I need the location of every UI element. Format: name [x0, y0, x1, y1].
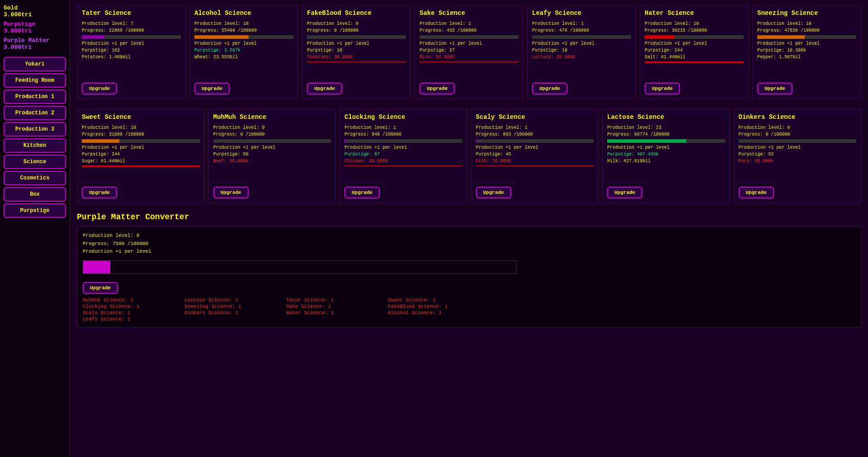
clucking-resource1: Purpstige: 67 [344, 151, 462, 158]
converter-progress-fill [83, 261, 110, 273]
scaly-progress-fill [476, 139, 477, 143]
hater-progress-bar [645, 35, 744, 39]
fakeblood-upgrade-button[interactable]: Upgrade [307, 83, 342, 94]
sweet-resource1: Purpstige: 244 [82, 151, 200, 158]
converter-section: Purple Matter Converter Production level… [77, 212, 861, 328]
sake-progress-bar [420, 35, 519, 39]
fakeblood-science-title: FakeBlood Science [307, 9, 406, 17]
converter-req-clucking: Clucking Science: 1 [83, 304, 182, 309]
sweet-upgrade-button[interactable]: Upgrade [82, 187, 117, 198]
sweet-progress-fill [82, 139, 119, 143]
fakeblood-resource2: Tomatoes: 30.000k [307, 54, 406, 61]
sake-resource1: Purpstige: 27 [420, 47, 519, 54]
scaly-resource1: Purpstige: 45 [476, 151, 594, 158]
scaly-upgrade-button[interactable]: Upgrade [476, 187, 511, 198]
sake-science-title: Sake Science [420, 9, 519, 17]
scaly-resource2: Fish: 76.000k [476, 158, 594, 165]
converter-req-lactose: Lactose Science: 1 [184, 297, 284, 303]
sidebar-item-yukari[interactable]: Yukari [4, 57, 66, 71]
sneezing-science-info: Production level: 16 Progress: 47638 /10… [757, 20, 856, 61]
leafy-prod-per-level: Production +1 per level [532, 40, 631, 47]
converter-req-fakeblood: FakeBlood Science: 1 [388, 304, 487, 309]
sidebar-item-production-1[interactable]: Production 1 [4, 90, 66, 104]
converter-upgrade-button[interactable]: Upgrade [83, 282, 118, 294]
scaly-science-info: Production level: 1 Progress: 893 /10000… [476, 124, 594, 166]
alcohol-resource2: Wheat: 23.553bil [194, 54, 293, 61]
clucking-prod-level: Production level: 1 [344, 124, 462, 131]
leafy-science-info: Production level: 1 Progress: 476 /10000… [532, 20, 631, 61]
hater-progress-fill [645, 35, 675, 39]
hater-upgrade-button[interactable]: Upgrade [645, 83, 680, 94]
converter-prod-level: Production level: 0 [83, 232, 855, 240]
sidebar: Gold 3.000tri Purpstige 3.000tri Purple … [0, 0, 70, 457]
alcohol-science-info: Production level: 18 Progress: 55499 /10… [194, 20, 293, 61]
muhmuh-progress: Progress: 0 /100000 [213, 131, 331, 138]
leafy-upgrade-button[interactable]: Upgrade [532, 83, 567, 94]
tater-science-title: Tater Science [82, 9, 181, 17]
sake-progress: Progress: 432 /100000 [420, 27, 519, 34]
tater-science-card: Tater Science Production level: 7 Progre… [77, 5, 186, 99]
oinkers-prod-level: Production level: 0 [739, 124, 857, 131]
sneezing-resource2: Pepper: 1.507bil [757, 54, 856, 61]
alcohol-upgrade-button[interactable]: Upgrade [194, 83, 230, 94]
alcohol-prod-per-level: Production +1 per level [194, 40, 293, 47]
clucking-progress-bar [344, 139, 462, 143]
oinkers-science-title: Oinkers Science [739, 113, 857, 121]
sidebar-item-purpstige[interactable]: Purpstige [4, 203, 66, 218]
converter-req-oinkers: Oinkers Science: 1 [184, 310, 284, 316]
leafy-prod-level: Production level: 1 [532, 20, 631, 27]
clucking-progress: Progress: 849 /100000 [344, 131, 462, 138]
tater-upgrade-button[interactable]: Upgrade [82, 83, 117, 94]
sidebar-item-cosmetics[interactable]: Cosmetics [4, 171, 66, 185]
sidebar-item-feeding-room[interactable]: Feeding Room [4, 73, 66, 88]
tater-science-info: Production level: 7 Progress: 22960 /100… [82, 20, 181, 61]
sake-upgrade-button[interactable]: Upgrade [420, 83, 455, 94]
sake-red-indicator [420, 61, 519, 62]
clucking-upgrade-button[interactable]: Upgrade [344, 187, 380, 198]
alcohol-prod-level: Production level: 18 [194, 20, 293, 27]
lactose-prod-level: Production level: 23 [607, 124, 725, 131]
lactose-prod-per-level: Production +1 per level [607, 144, 725, 151]
sneezing-resource1: Purpstige: 10.390k [757, 47, 856, 54]
tater-resource2: Potatoes: 1.408mil [82, 54, 181, 61]
sake-prod-level: Production level: 1 [420, 20, 519, 27]
tater-resource1: Purpstige: 163 [82, 47, 181, 54]
leafy-resource1: Purpstige: 18 [532, 47, 631, 54]
sidebar-item-science[interactable]: Science [4, 155, 66, 169]
muhmuh-prod-level: Production level: 0 [213, 124, 331, 131]
leafy-progress-bar [532, 35, 631, 39]
sneezing-upgrade-button[interactable]: Upgrade [757, 83, 793, 94]
gold-label: Gold [4, 5, 18, 11]
sake-resource2: Rice: 50.000k [420, 54, 519, 61]
clucking-science-card: Clucking Science Production level: 1 Pro… [340, 108, 467, 203]
clucking-red-bar [344, 165, 462, 166]
muhmuh-science-title: MuhMuh Science [213, 113, 331, 121]
hater-resource2: Salt: 61.440mil [645, 54, 744, 61]
fakeblood-resource1: Purpstige: 10 [307, 47, 406, 54]
lactose-science-info: Production level: 23 Progress: 66774 /10… [607, 124, 725, 165]
hater-science-title: Hater Science [645, 9, 744, 17]
hater-science-info: Production level: 10 Progress: 30215 /10… [645, 20, 744, 63]
lactose-resource2: Milk: 427.819bil [607, 158, 725, 165]
sidebar-item-production-2[interactable]: Production 2 [4, 106, 66, 120]
alcohol-progress-fill [194, 35, 249, 39]
gold-display: Gold 3.000tri [4, 5, 66, 18]
oinkers-upgrade-button[interactable]: Upgrade [739, 187, 774, 198]
sidebar-item-box[interactable]: Box [4, 187, 66, 202]
sidebar-item-kitchen[interactable]: Kitchen [4, 138, 66, 153]
sweet-science-info: Production level: 10 Progress: 31600 /10… [82, 124, 200, 167]
hater-red-bar [645, 61, 744, 63]
muhmuh-science-card: MuhMuh Science Production level: 0 Progr… [208, 108, 336, 203]
tater-progress-fill [82, 35, 104, 39]
scaly-progress-bar [476, 139, 594, 143]
converter-req-col1: MuhMuh Science: 1 Clucking Science: 1 Sc… [83, 297, 182, 322]
alcohol-science-title: Alcohol Science [194, 9, 293, 17]
fakeblood-prod-level: Production level: 0 [307, 20, 406, 27]
lactose-upgrade-button[interactable]: Upgrade [607, 187, 642, 198]
converter-requirements: MuhMuh Science: 1 Clucking Science: 1 Sc… [83, 297, 855, 322]
sidebar-item-production-3[interactable]: Production 3 [4, 122, 66, 137]
converter-req-alcohol: Alcohol Science: 1 [388, 310, 487, 316]
fakeblood-progress-bar [307, 35, 406, 39]
sneezing-prod-level: Production level: 16 [757, 20, 856, 27]
muhmuh-upgrade-button[interactable]: Upgrade [213, 187, 249, 198]
